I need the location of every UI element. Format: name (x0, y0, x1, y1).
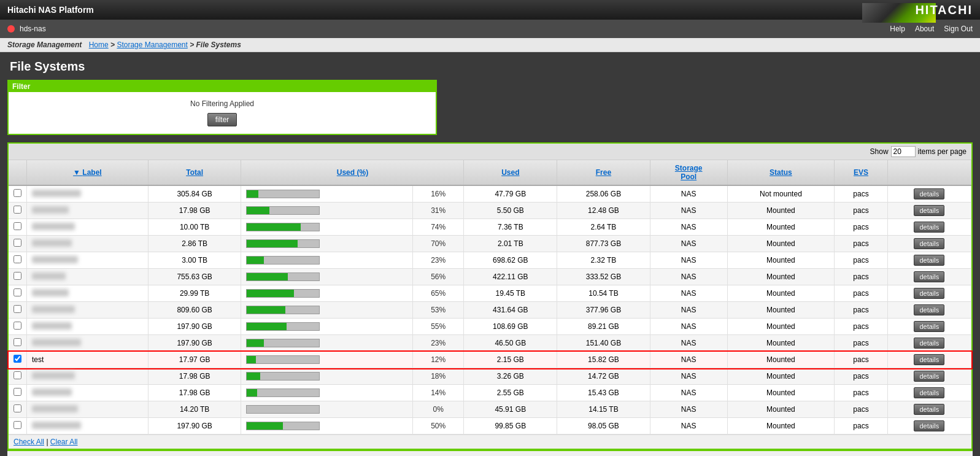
row-free: 333.52 GB (557, 269, 650, 285)
details-button[interactable]: details (914, 205, 944, 216)
clear-all-link[interactable]: Clear All (50, 438, 78, 446)
row-progress-bar-cell (241, 302, 412, 319)
progress-bar-fill (247, 339, 263, 347)
row-free: 15.43 GB (557, 385, 650, 401)
table-row: test17.97 GB12%2.15 GB15.82 GBNASMounted… (9, 352, 971, 368)
progress-bar-bg (246, 256, 320, 265)
row-checkbox[interactable] (14, 305, 21, 313)
details-button[interactable]: details (914, 371, 944, 382)
pool-sort-link[interactable]: StoragePool (675, 164, 703, 181)
page-title: File Systems (7, 60, 973, 74)
row-total: 3.00 TB (148, 252, 241, 269)
items-per-page-input[interactable] (891, 146, 916, 157)
row-checkbox[interactable] (14, 322, 21, 330)
row-progress-bar-cell (241, 352, 412, 368)
row-pct-label: 50% (412, 418, 464, 435)
row-progress-bar-cell (241, 335, 412, 352)
row-checkbox[interactable] (14, 355, 21, 363)
details-button[interactable]: details (914, 420, 944, 431)
progress-bar-fill (247, 389, 257, 396)
used-pct-sort-link[interactable]: Used (%) (337, 168, 368, 177)
details-button[interactable]: details (914, 354, 944, 365)
label-sort-link[interactable]: ▼ Label (73, 168, 102, 177)
filter-body: No Filtering Applied filter (9, 92, 436, 134)
total-sort-link[interactable]: Total (186, 168, 203, 177)
breadcrumb-home[interactable]: Home (89, 41, 109, 49)
row-checkbox-cell (9, 219, 27, 236)
details-button[interactable]: details (914, 288, 944, 299)
row-checkbox[interactable] (14, 421, 21, 429)
row-label (27, 236, 149, 252)
col-total: Total (148, 160, 241, 185)
row-pct-label: 18% (412, 368, 464, 385)
row-storage-pool: NAS (650, 319, 727, 335)
row-checkbox[interactable] (14, 338, 21, 346)
row-checkbox[interactable] (14, 222, 21, 230)
row-details-cell: details (887, 302, 971, 319)
row-checkbox[interactable] (14, 206, 21, 214)
row-pct-label: 14% (412, 385, 464, 401)
filter-header: Filter (9, 81, 436, 92)
main-content: File Systems Filter No Filtering Applied… (0, 52, 980, 456)
row-details-cell: details (887, 219, 971, 236)
help-link[interactable]: Help (890, 25, 905, 33)
row-storage-pool: NAS (650, 185, 727, 203)
details-button[interactable]: details (914, 222, 944, 233)
row-status: Mounted (727, 269, 835, 285)
details-button[interactable]: details (914, 338, 944, 349)
row-evs: pacs (835, 269, 887, 285)
table-row: 197.90 GB55%108.69 GB89.21 GBNASMountedp… (9, 319, 971, 335)
row-storage-pool: NAS (650, 285, 727, 302)
table-header-bar: Show items per page (9, 144, 971, 160)
filter-box: Filter No Filtering Applied filter (7, 80, 437, 135)
row-checkbox[interactable] (14, 239, 21, 247)
row-checkbox-cell (9, 401, 27, 418)
details-button[interactable]: details (914, 238, 944, 249)
row-progress-bar-cell (241, 269, 412, 285)
row-used: 2.55 GB (464, 385, 557, 401)
row-progress-bar-cell (241, 368, 412, 385)
details-button[interactable]: details (914, 271, 944, 282)
row-status: Mounted (727, 285, 835, 302)
row-checkbox[interactable] (14, 404, 21, 412)
row-pct-label: 23% (412, 335, 464, 352)
progress-bar-bg (246, 372, 320, 381)
filter-button[interactable]: filter (207, 113, 237, 126)
row-label (27, 401, 149, 418)
nav-links: Help About Sign Out (890, 25, 973, 33)
row-checkbox[interactable] (14, 189, 21, 197)
sign-out-link[interactable]: Sign Out (944, 25, 973, 33)
row-checkbox[interactable] (14, 255, 21, 263)
row-checkbox[interactable] (14, 272, 21, 280)
details-button[interactable]: details (914, 255, 944, 266)
row-used: 99.85 GB (464, 418, 557, 435)
row-checkbox-cell (9, 418, 27, 435)
about-link[interactable]: About (915, 25, 934, 33)
free-sort-link[interactable]: Free (596, 168, 611, 177)
details-button[interactable]: details (914, 188, 944, 199)
row-details-cell: details (887, 335, 971, 352)
details-button[interactable]: details (914, 321, 944, 332)
breadcrumb-storage-mgmt[interactable]: Storage Management (117, 41, 187, 49)
blurred-label (32, 372, 75, 379)
row-storage-pool: NAS (650, 269, 727, 285)
row-free: 377.96 GB (557, 302, 650, 319)
row-checkbox[interactable] (14, 388, 21, 396)
row-storage-pool: NAS (650, 302, 727, 319)
details-button[interactable]: details (914, 387, 944, 398)
row-pct-label: 12% (412, 352, 464, 368)
details-button[interactable]: details (914, 404, 944, 415)
table-row: 10.00 TB74%7.36 TB2.64 TBNASMountedpacsd… (9, 219, 971, 236)
check-all-link[interactable]: Check All (14, 438, 44, 446)
row-evs: pacs (835, 185, 887, 203)
details-button[interactable]: details (914, 304, 944, 315)
row-checkbox[interactable] (14, 288, 21, 296)
status-sort-link[interactable]: Status (770, 168, 792, 177)
row-details-cell: details (887, 203, 971, 219)
used-sort-link[interactable]: Used (501, 168, 519, 177)
row-details-cell: details (887, 319, 971, 335)
row-checkbox[interactable] (14, 371, 21, 379)
row-progress-bar-cell (241, 285, 412, 302)
evs-sort-link[interactable]: EVS (854, 168, 868, 177)
row-details-cell: details (887, 236, 971, 252)
